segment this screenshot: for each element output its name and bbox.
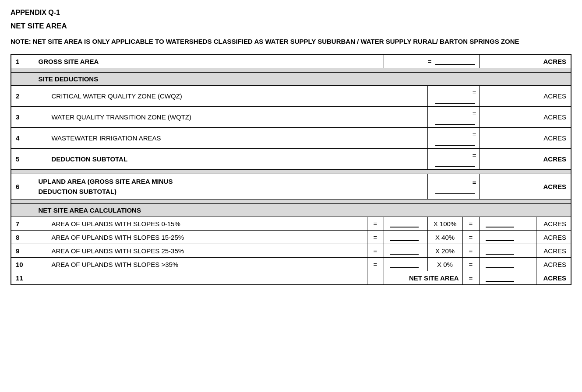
equals-sign: = <box>469 274 473 282</box>
row-number: 3 <box>11 107 34 128</box>
unit-label: ACRES <box>536 244 571 258</box>
section-header-row: NET SITE AREA CALCULATIONS <box>11 204 571 217</box>
table-row: 2 CRITICAL WATER QUALITY ZONE (CWQZ) = A… <box>11 86 571 107</box>
row-label: AREA OF UPLANDS WITH SLOPES 25-35% <box>34 244 367 258</box>
equals-sign: = <box>374 234 377 241</box>
table-row: 1 GROSS SITE AREA = ACRES <box>11 54 571 68</box>
row-number: 1 <box>11 54 34 68</box>
input-field-4[interactable] <box>435 138 475 146</box>
section-title: NET SITE AREA <box>11 22 571 31</box>
input-field-7b[interactable] <box>486 220 514 228</box>
row-number: 10 <box>11 258 34 271</box>
note-text: NOTE: NET SITE AREA IS ONLY APPLICABLE T… <box>11 37 571 46</box>
equals-sign: = <box>374 247 377 255</box>
equals-sign-2: = <box>469 234 473 241</box>
appendix-title: APPENDIX Q-1 <box>11 9 571 17</box>
input-field-9b[interactable] <box>486 247 514 255</box>
unit-label: ACRES <box>479 149 571 170</box>
table-row: 6 UPLAND AREA (GROSS SITE AREA MINUS DED… <box>11 174 571 200</box>
row-label: AREA OF UPLANDS WITH SLOPES >35% <box>34 258 367 271</box>
main-table: 1 GROSS SITE AREA = ACRES SITE DEDUCTION… <box>11 54 571 285</box>
input-field-7a[interactable] <box>390 220 419 228</box>
table-row: 7 AREA OF UPLANDS WITH SLOPES 0-15% = X … <box>11 217 571 231</box>
equals-sign: = <box>473 88 476 96</box>
row-label: AREA OF UPLANDS WITH SLOPES 15-25% <box>34 231 367 244</box>
unit-label: ACRES <box>536 217 571 231</box>
upland-label-line1: UPLAND AREA (GROSS SITE AREA MINUS <box>39 178 173 185</box>
unit-label: ACRES <box>536 231 571 244</box>
row-label: UPLAND AREA (GROSS SITE AREA MINUS DEDUC… <box>34 174 427 200</box>
row-number: 5 <box>11 149 34 170</box>
row-number: 8 <box>11 231 34 244</box>
row-number: 4 <box>11 128 34 149</box>
row-label: AREA OF UPLANDS WITH SLOPES 0-15% <box>34 217 367 231</box>
equals-sign: = <box>374 220 377 228</box>
row-label: CRITICAL WATER QUALITY ZONE (CWQZ) <box>34 86 427 107</box>
input-field-10b[interactable] <box>486 260 514 268</box>
unit-label: ACRES <box>536 271 571 285</box>
unit-label: ACRES <box>479 86 571 107</box>
equals-sign-2: = <box>469 247 473 255</box>
row-label: WASTEWATER IRRIGATION AREAS <box>34 128 427 149</box>
table-row: 11 NET SITE AREA = ACRES <box>11 271 571 285</box>
row-label: GROSS SITE AREA <box>34 54 384 68</box>
unit-label: ACRES <box>479 174 571 200</box>
unit-label: ACRES <box>536 258 571 271</box>
table-row: 3 WATER QUALITY TRANSITION ZONE (WQTZ) =… <box>11 107 571 128</box>
row-number: 6 <box>11 174 34 200</box>
table-row: 5 DEDUCTION SUBTOTAL = ACRES <box>11 149 571 170</box>
spacer-row <box>11 68 571 73</box>
input-field-8b[interactable] <box>486 233 514 241</box>
equals-sign: = <box>374 261 377 268</box>
equals-sign: = <box>428 58 432 65</box>
equals-sign: = <box>473 109 476 117</box>
unit-label: ACRES <box>479 54 571 68</box>
row-number: 11 <box>11 271 34 285</box>
table-row: 9 AREA OF UPLANDS WITH SLOPES 25-35% = X… <box>11 244 571 258</box>
net-site-area-calc-label: NET SITE AREA CALCULATIONS <box>34 204 571 217</box>
equals-sign: = <box>473 130 476 138</box>
row-number: 7 <box>11 217 34 231</box>
net-site-area-final-label: NET SITE AREA <box>384 271 462 285</box>
input-field-6[interactable] <box>435 186 475 194</box>
equals-sign: = <box>473 151 476 159</box>
table-row: 8 AREA OF UPLANDS WITH SLOPES 15-25% = X… <box>11 231 571 244</box>
row-label: WATER QUALITY TRANSITION ZONE (WQTZ) <box>34 107 427 128</box>
table-row: 4 WASTEWATER IRRIGATION AREAS = ACRES <box>11 128 571 149</box>
input-field-2[interactable] <box>435 96 475 104</box>
unit-label: ACRES <box>479 107 571 128</box>
table-row: 10 AREA OF UPLANDS WITH SLOPES >35% = X … <box>11 258 571 271</box>
row-number: 9 <box>11 244 34 258</box>
input-field-3[interactable] <box>435 117 475 125</box>
input-field-5[interactable] <box>435 159 475 167</box>
unit-label: ACRES <box>479 128 571 149</box>
equals-sign: = <box>473 179 476 186</box>
spacer-row <box>11 200 571 204</box>
row-number: 2 <box>11 86 34 107</box>
spacer-row <box>11 170 571 174</box>
section-header-row: SITE DEDUCTIONS <box>11 73 571 86</box>
row-label: DEDUCTION SUBTOTAL <box>34 149 427 170</box>
input-field-11[interactable] <box>486 274 514 282</box>
equals-sign-2: = <box>469 220 473 228</box>
equals-sign-2: = <box>469 261 473 268</box>
input-field-10a[interactable] <box>390 260 419 268</box>
upland-label-line2: DEDUCTION SUBTOTAL) <box>39 188 117 195</box>
input-field-8a[interactable] <box>390 233 419 241</box>
site-deductions-label: SITE DEDUCTIONS <box>34 73 571 86</box>
input-field-9a[interactable] <box>390 247 419 255</box>
input-field-1[interactable] <box>435 57 475 65</box>
